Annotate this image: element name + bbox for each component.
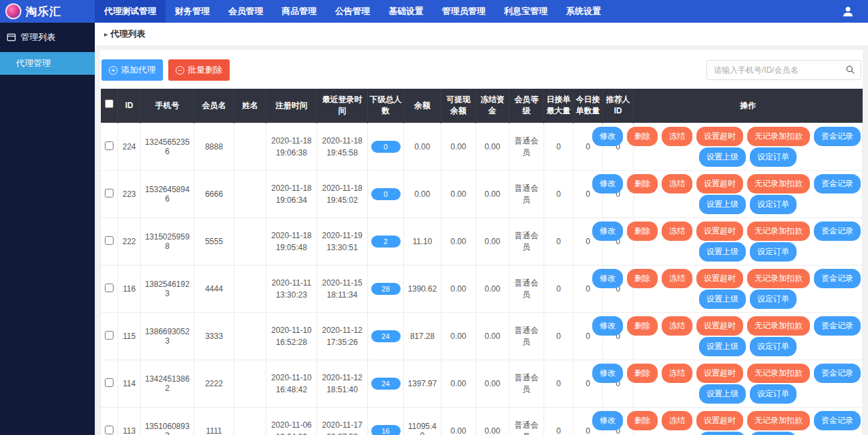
- action-button[interactable]: 无记录加扣款: [747, 316, 810, 336]
- action-button[interactable]: 设定订单: [750, 147, 797, 167]
- action-button[interactable]: 修改: [592, 222, 623, 241]
- action-button[interactable]: 资金记录: [814, 127, 861, 146]
- cell-frozen: 0.00: [476, 360, 509, 407]
- action-button[interactable]: 冻结: [662, 222, 692, 241]
- action-button[interactable]: 设置超时: [696, 411, 743, 430]
- row-checkbox[interactable]: [105, 426, 114, 434]
- cell-real-name: [234, 218, 266, 265]
- action-button[interactable]: 删除: [627, 316, 658, 336]
- row-checkbox[interactable]: [105, 331, 114, 340]
- action-button[interactable]: 资金记录: [814, 174, 861, 193]
- nav-item[interactable]: 基础设置: [379, 0, 433, 23]
- action-button[interactable]: 设定订单: [750, 337, 797, 356]
- nav-item[interactable]: 利息宝管理: [495, 0, 557, 23]
- row-checkbox[interactable]: [105, 284, 114, 292]
- search-icon[interactable]: [845, 65, 855, 77]
- action-button[interactable]: 设置超时: [696, 364, 743, 383]
- action-button[interactable]: 修改: [592, 174, 623, 193]
- search-input[interactable]: [706, 60, 861, 80]
- cell-id: 113: [118, 407, 141, 435]
- action-button[interactable]: 冻结: [662, 174, 692, 193]
- action-button[interactable]: 设置超时: [696, 316, 743, 336]
- action-button[interactable]: 无记录加扣款: [747, 364, 810, 383]
- action-button[interactable]: 设定订单: [750, 384, 797, 404]
- action-button[interactable]: 删除: [627, 127, 658, 146]
- row-checkbox[interactable]: [105, 236, 114, 245]
- column-header: 日接单最大量: [544, 89, 574, 123]
- cell-member-name: 2222: [194, 360, 234, 407]
- action-button[interactable]: 修改: [592, 127, 623, 146]
- sidebar-item[interactable]: 代理管理: [0, 52, 95, 75]
- add-agent-button[interactable]: + 添加代理: [101, 59, 163, 81]
- action-button[interactable]: 修改: [592, 316, 623, 336]
- action-button[interactable]: 无记录加扣款: [747, 222, 810, 241]
- action-button[interactable]: 冻结: [662, 364, 692, 383]
- action-button[interactable]: 修改: [592, 411, 623, 430]
- column-header: 余额: [404, 89, 441, 123]
- action-button[interactable]: 冻结: [662, 269, 692, 288]
- action-button[interactable]: 设定订单: [750, 290, 797, 309]
- nav-item[interactable]: 财务管理: [166, 0, 219, 23]
- action-button[interactable]: 删除: [627, 411, 658, 430]
- action-button[interactable]: 修改: [592, 364, 623, 383]
- action-button[interactable]: 资金记录: [814, 364, 861, 383]
- action-button[interactable]: 无记录加扣款: [747, 174, 810, 193]
- action-button[interactable]: 设置上级: [699, 147, 746, 167]
- cell-sub-count: 24: [368, 312, 404, 360]
- cell-frozen: 0.00: [476, 218, 509, 265]
- cell-frozen: 0.00: [476, 312, 509, 360]
- action-button[interactable]: 删除: [627, 222, 658, 241]
- action-button[interactable]: 无记录加扣款: [747, 411, 810, 430]
- action-button[interactable]: 冻结: [662, 127, 692, 146]
- action-button[interactable]: 设定订单: [750, 242, 797, 262]
- action-button[interactable]: 设置超时: [696, 174, 743, 193]
- select-all-checkbox[interactable]: [105, 99, 114, 108]
- cell-actions: 修改删除冻结设置超时无记录加扣款资金记录加扣款设置上级设定订单: [634, 407, 863, 435]
- nav-item[interactable]: 代理测试管理: [95, 0, 166, 23]
- action-button[interactable]: 资金记录: [814, 222, 861, 241]
- action-button[interactable]: 修改: [592, 269, 623, 288]
- batch-delete-button[interactable]: − 批量删除: [168, 59, 230, 81]
- cell-register-time: 2020-11-10 16:52:28: [266, 312, 317, 360]
- cell-actions: 修改删除冻结设置超时无记录加扣款资金记录加扣款设置上级设定订单: [634, 360, 863, 407]
- action-button[interactable]: 设置上级: [699, 242, 746, 262]
- action-button[interactable]: 资金记录: [814, 316, 861, 336]
- nav-item[interactable]: 公告管理: [326, 0, 379, 23]
- action-button[interactable]: 资金记录: [814, 269, 861, 288]
- action-button[interactable]: 删除: [627, 364, 658, 383]
- cell-daily-max: 0: [544, 265, 574, 312]
- content-card: + 添加代理 − 批量删除: [100, 50, 863, 435]
- action-button[interactable]: 删除: [627, 269, 658, 288]
- row-checkbox[interactable]: [105, 378, 114, 387]
- action-button[interactable]: 资金记录: [814, 411, 861, 430]
- action-button[interactable]: 冻结: [662, 411, 692, 430]
- action-button[interactable]: 设置超时: [696, 127, 743, 146]
- nav-item[interactable]: 系统设置: [557, 0, 610, 23]
- action-button[interactable]: 设定订单: [750, 195, 797, 214]
- cell-id: 223: [118, 170, 141, 218]
- action-button[interactable]: 冻结: [662, 316, 692, 336]
- action-button[interactable]: 设置上级: [699, 432, 746, 435]
- table-row: 2231532645894666662020-11-18 19:06:34202…: [101, 170, 863, 218]
- action-button[interactable]: 无记录加扣款: [747, 269, 810, 288]
- action-button[interactable]: 设置上级: [699, 290, 746, 309]
- action-button[interactable]: 设置上级: [699, 195, 746, 214]
- action-button[interactable]: 设置上级: [699, 384, 746, 404]
- action-button[interactable]: 设置上级: [699, 337, 746, 356]
- action-button[interactable]: 无记录加扣款: [747, 127, 810, 146]
- action-button[interactable]: 删除: [627, 174, 658, 193]
- nav-item[interactable]: 会员管理: [219, 0, 272, 23]
- user-icon[interactable]: [841, 0, 855, 23]
- cell-member-name: 1111: [194, 407, 234, 435]
- cell-sub-count: 16: [368, 407, 404, 435]
- nav-item[interactable]: 管理员管理: [433, 0, 495, 23]
- table-row: 1161382546192344442020-11-11 13:30:23202…: [101, 265, 863, 312]
- row-checkbox[interactable]: [105, 141, 114, 150]
- action-button[interactable]: 设置超时: [696, 222, 743, 241]
- cell-member-level: 普通会员: [509, 265, 544, 312]
- action-button[interactable]: 设置超时: [696, 269, 743, 288]
- row-checkbox[interactable]: [105, 189, 114, 197]
- cell-real-name: [234, 407, 266, 435]
- nav-item[interactable]: 商品管理: [272, 0, 326, 23]
- action-button[interactable]: 设定订单: [750, 432, 797, 435]
